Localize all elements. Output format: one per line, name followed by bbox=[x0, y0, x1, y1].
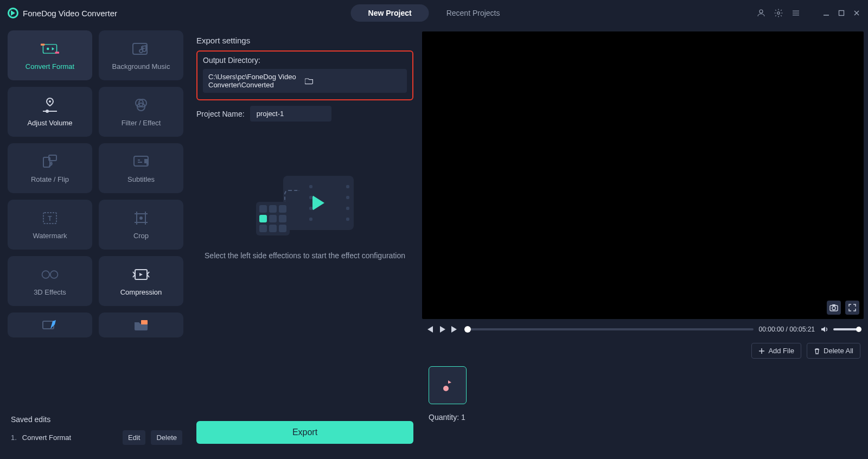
filter-effect-icon bbox=[132, 97, 150, 113]
edit-icon bbox=[41, 317, 59, 333]
tab-recent-projects[interactable]: Recent Projects bbox=[429, 4, 518, 22]
export-button[interactable]: Export bbox=[196, 421, 413, 444]
tool-grid: Convert Format Background Music Adjust V… bbox=[8, 30, 186, 337]
tool-label: 3D Effects bbox=[34, 288, 66, 296]
video-preview[interactable] bbox=[422, 31, 864, 319]
tool-label: Compression bbox=[120, 288, 162, 296]
tool-background-music[interactable]: Background Music bbox=[99, 30, 183, 80]
export-settings-title: Export settings bbox=[196, 36, 413, 45]
tool-crop[interactable]: Crop bbox=[99, 200, 183, 250]
tool-label: Subtitles bbox=[127, 175, 155, 183]
thumbnails-row: Quantity: 1 bbox=[422, 364, 864, 424]
tool-label: Convert Format bbox=[25, 62, 74, 71]
volume-slider[interactable] bbox=[833, 328, 860, 330]
tool-rotate-flip[interactable]: Rotate / Flip bbox=[8, 143, 92, 193]
subtitles-icon bbox=[132, 154, 150, 170]
timeline-slider[interactable] bbox=[464, 328, 754, 330]
prev-button[interactable] bbox=[425, 326, 433, 333]
output-directory-value: C:\Users\pc\FoneDog Video Converter\Conv… bbox=[208, 73, 305, 89]
tool-label: Adjust Volume bbox=[27, 119, 72, 127]
next-button[interactable] bbox=[451, 326, 459, 333]
svg-point-34 bbox=[832, 307, 835, 310]
tool-filter-effect[interactable]: Filter / Effect bbox=[99, 87, 183, 137]
saved-delete-button[interactable]: Delete bbox=[151, 430, 182, 445]
svg-rect-35 bbox=[832, 304, 835, 306]
tool-extra-2[interactable] bbox=[99, 313, 183, 337]
close-button[interactable] bbox=[853, 9, 860, 17]
svg-point-28 bbox=[50, 271, 58, 278]
quantity-label: Quantity: 1 bbox=[429, 413, 857, 422]
tool-label: Crop bbox=[133, 232, 149, 240]
empty-illustration-icon bbox=[256, 176, 354, 235]
sidebar: Convert Format Background Music Adjust V… bbox=[0, 26, 192, 459]
svg-point-27 bbox=[42, 271, 50, 278]
tool-extra-1[interactable] bbox=[8, 313, 92, 337]
preview-panel: 00:00:00 / 00:05:21 Add File Delete All … bbox=[420, 26, 868, 459]
svg-rect-32 bbox=[141, 320, 148, 324]
empty-state: Select the left side effections to start… bbox=[196, 176, 413, 262]
tool-label: Filter / Effect bbox=[122, 119, 161, 127]
crop-icon bbox=[132, 210, 150, 226]
svg-rect-11 bbox=[41, 43, 44, 46]
export-panel: Export settings Output Directory: C:\Use… bbox=[192, 26, 420, 459]
titlebar: FoneDog Video Converter New Project Rece… bbox=[0, 0, 868, 26]
output-directory-box: Output Directory: C:\Users\pc\FoneDog Vi… bbox=[196, 50, 413, 100]
svg-rect-12 bbox=[55, 52, 59, 54]
rotate-flip-icon bbox=[41, 154, 59, 170]
svg-point-26 bbox=[139, 216, 143, 220]
tab-new-project[interactable]: New Project bbox=[351, 4, 429, 22]
maximize-button[interactable] bbox=[838, 9, 845, 17]
timecode: 00:00:00 / 00:05:21 bbox=[759, 326, 815, 333]
folder-tool-icon bbox=[132, 317, 150, 333]
gear-icon[interactable] bbox=[774, 8, 783, 18]
saved-title: Saved edits bbox=[11, 415, 182, 424]
user-icon[interactable] bbox=[756, 8, 766, 18]
svg-rect-6 bbox=[839, 11, 844, 16]
logo-wrap: FoneDog Video Converter bbox=[8, 8, 117, 18]
empty-hint: Select the left side effections to start… bbox=[205, 251, 405, 262]
watermark-icon: T bbox=[41, 210, 59, 226]
menu-icon[interactable] bbox=[791, 8, 801, 18]
adjust-volume-icon bbox=[41, 97, 59, 113]
folder-browse-icon[interactable] bbox=[305, 77, 401, 85]
saved-num: 1. bbox=[11, 433, 17, 442]
project-name-row: Project Name: bbox=[196, 106, 413, 122]
svg-point-0 bbox=[760, 10, 763, 13]
svg-point-14 bbox=[49, 100, 51, 103]
tool-label: Rotate / Flip bbox=[31, 175, 69, 183]
app-logo-icon bbox=[8, 8, 18, 18]
saved-edit-button[interactable]: Edit bbox=[123, 430, 145, 445]
delete-all-button[interactable]: Delete All bbox=[807, 343, 860, 359]
fullscreen-button[interactable] bbox=[845, 301, 859, 315]
tool-convert-format[interactable]: Convert Format bbox=[8, 30, 92, 80]
project-name-label: Project Name: bbox=[196, 110, 245, 118]
tool-label: Background Music bbox=[112, 62, 170, 71]
file-thumbnail[interactable] bbox=[429, 366, 467, 404]
volume-icon[interactable] bbox=[820, 326, 828, 333]
snapshot-button[interactable] bbox=[827, 301, 841, 315]
background-music-icon bbox=[132, 41, 150, 57]
player-controls: 00:00:00 / 00:05:21 bbox=[422, 319, 864, 340]
project-name-input[interactable] bbox=[250, 106, 331, 122]
title-right bbox=[756, 8, 860, 18]
music-note-icon bbox=[441, 378, 455, 392]
saved-edits-panel: Saved edits 1. Convert Format Edit Delet… bbox=[8, 407, 186, 452]
saved-item-label: Convert Format bbox=[22, 433, 117, 442]
file-actions: Add File Delete All bbox=[422, 340, 864, 364]
tool-watermark[interactable]: T Watermark bbox=[8, 200, 92, 250]
app-title: FoneDog Video Converter bbox=[23, 9, 117, 18]
output-directory-label: Output Directory: bbox=[203, 56, 407, 65]
svg-point-1 bbox=[777, 12, 780, 15]
tool-3d-effects[interactable]: 3D Effects bbox=[8, 256, 92, 306]
tool-subtitles[interactable]: Subtitles bbox=[99, 143, 183, 193]
convert-format-icon bbox=[41, 41, 59, 57]
tool-adjust-volume[interactable]: Adjust Volume bbox=[8, 87, 92, 137]
add-file-button[interactable]: Add File bbox=[751, 343, 801, 359]
saved-row: 1. Convert Format Edit Delete bbox=[11, 430, 182, 445]
tool-compression[interactable]: Compression bbox=[99, 256, 183, 306]
svg-text:T: T bbox=[48, 215, 52, 222]
svg-point-10 bbox=[47, 47, 49, 49]
play-button[interactable] bbox=[438, 326, 446, 333]
minimize-button[interactable] bbox=[822, 9, 830, 17]
output-directory-field[interactable]: C:\Users\pc\FoneDog Video Converter\Conv… bbox=[203, 69, 407, 93]
